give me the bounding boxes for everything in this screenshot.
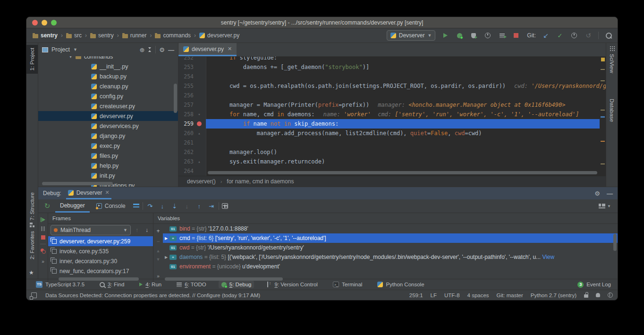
tool-button-project[interactable]: 1: Project xyxy=(26,45,38,74)
frame-item[interactable]: devserver, devserver.py:259 xyxy=(48,236,153,246)
stripe-mark[interactable] xyxy=(601,141,605,142)
remove-watch-button[interactable]: − xyxy=(156,238,160,245)
tool-window-toggle-icon[interactable] xyxy=(31,292,37,298)
layout-menu-button[interactable] xyxy=(132,202,141,210)
inspections-icon[interactable] xyxy=(596,293,600,297)
close-tab-icon[interactable]: ✕ xyxy=(228,46,232,52)
breadcrumb-item[interactable]: commands xyxy=(153,31,192,40)
run-with-coverage-button[interactable] xyxy=(469,31,478,40)
status-python-2-7-sentry-[interactable]: Python 2.7 (sentry) xyxy=(531,292,576,298)
chevron-down-icon[interactable]: ▼ xyxy=(73,47,77,52)
dock-item-python-console[interactable]: Python Console xyxy=(374,281,427,288)
editor-tab-devserver[interactable]: devserver.py ✕ xyxy=(178,43,237,56)
stripe-mark[interactable] xyxy=(601,58,605,61)
run-button[interactable] xyxy=(441,31,449,40)
breadcrumb-item[interactable]: runner xyxy=(121,31,148,40)
expand-arrow-icon[interactable]: ▶ xyxy=(163,255,169,259)
project-horizontal-scrollbar[interactable] xyxy=(42,182,113,185)
lock-icon[interactable] xyxy=(584,294,588,298)
tree-item-exec-py[interactable]: exec.py xyxy=(38,141,178,151)
tree-folder-commands[interactable]: ▾commands xyxy=(38,56,178,61)
tool-button-favorites[interactable]: 2: Favorites xyxy=(26,231,38,259)
breakpoint-icon[interactable] xyxy=(197,121,202,126)
tree-item-createuser-py[interactable]: createuser.py xyxy=(38,101,178,111)
breadcrumb-item[interactable]: sentry xyxy=(31,31,59,40)
step-into-button[interactable]: ↓ xyxy=(157,203,168,210)
tree-item-files-py[interactable]: files.py xyxy=(38,151,178,161)
git-history-button[interactable] xyxy=(570,31,578,40)
breadcrumb-context[interactable]: for name, cmd in daemons xyxy=(227,178,294,185)
frame-item[interactable]: invoke, core.py:535 xyxy=(48,246,153,256)
tree-item--init-py[interactable]: __init__.py xyxy=(38,61,178,71)
search-everywhere-button[interactable] xyxy=(604,31,613,40)
variable-row-cwd[interactable]: 01cwd = {str} '/Users/ryanskonnord/getse… xyxy=(163,243,618,252)
stripe-mark[interactable] xyxy=(601,110,605,111)
view-link[interactable]: View xyxy=(541,254,554,260)
step-over-button[interactable]: ↷ xyxy=(145,203,155,210)
close-session-icon[interactable]: ✕ xyxy=(105,189,109,196)
breadcrumb-item[interactable]: devserver.py xyxy=(198,31,241,40)
git-update-button[interactable]: ↙ xyxy=(542,31,550,40)
dock-item-version-control[interactable]: 9: Version Control xyxy=(263,281,320,288)
stop-button[interactable] xyxy=(512,31,520,40)
tool-button-structure[interactable]: 7: Structure xyxy=(26,192,38,227)
tree-item-init-py[interactable]: init.py xyxy=(38,171,178,180)
status-message[interactable]: Data Sources Detected: Connection proper… xyxy=(45,292,260,298)
tab-console[interactable]: Console xyxy=(92,199,130,213)
collapse-all-button[interactable] xyxy=(148,47,152,52)
git-rollback-button[interactable]: ↺ xyxy=(584,31,593,40)
editor-horizontal-scrollbar[interactable] xyxy=(208,171,597,174)
variables-vertical-scrollbar[interactable] xyxy=(613,234,617,251)
event-log-button[interactable]: 3 Event Log xyxy=(577,282,611,288)
variable-row-cmd[interactable]: ▶≡cmd = {list: 6} ['sentry', 'run', 'wor… xyxy=(163,233,618,243)
tree-item-devservices-py[interactable]: devservices.py xyxy=(38,121,178,131)
breadcrumb-function[interactable]: devserver() xyxy=(187,178,216,185)
hide-debug-panel-button[interactable]: — xyxy=(607,190,613,197)
more-actions-button[interactable]: » xyxy=(42,259,44,264)
frames-horizontal-scrollbar[interactable] xyxy=(59,277,139,281)
status-git-master[interactable]: Git: master xyxy=(497,292,523,298)
dock-item-todo[interactable]: 6: TODO xyxy=(174,281,209,288)
run-configuration-select[interactable]: Devserver ▼ xyxy=(387,30,436,41)
locate-file-button[interactable]: ⊕ xyxy=(139,47,144,53)
variable-row-bind[interactable]: 01bind = {str} '127.0.0.1:8888' xyxy=(163,224,618,233)
dock-item-debug[interactable]: 5: Debug xyxy=(219,281,254,288)
dock-item-run[interactable]: 4: Run xyxy=(136,281,164,288)
variable-row-daemons[interactable]: ▶≡daemons = {list: 5} [('webpack', ['/Us… xyxy=(163,252,618,262)
tab-debugger[interactable]: Debugger xyxy=(55,199,90,213)
tree-item-cleanup-py[interactable]: cleanup.py xyxy=(38,81,178,91)
move-up-button[interactable]: ▲ xyxy=(156,249,161,253)
profile-button[interactable] xyxy=(483,31,492,40)
view-breakpoints-button[interactable] xyxy=(41,249,46,254)
status-lf[interactable]: LF xyxy=(431,292,437,298)
dock-item-find[interactable]: 3: Find xyxy=(97,281,127,288)
expand-arrow-icon[interactable]: ▶ xyxy=(163,236,169,241)
status-utf-8[interactable]: UTF-8 xyxy=(444,292,460,298)
debug-session-tab[interactable]: Devserver ✕ xyxy=(66,187,111,199)
stop-process-button[interactable] xyxy=(41,235,45,240)
tool-button-database[interactable]: Database xyxy=(606,99,618,122)
stripe-mark[interactable] xyxy=(601,163,605,164)
run-with-settings-button[interactable] xyxy=(498,31,506,40)
hide-panel-button[interactable]: — xyxy=(168,46,174,53)
thread-select[interactable]: MainThread ▼ xyxy=(51,225,131,235)
git-commit-button[interactable]: ✓ xyxy=(556,31,564,40)
stripe-mark[interactable] xyxy=(601,80,605,81)
add-watch-button[interactable]: + xyxy=(156,228,160,234)
globe-settings-icon[interactable] xyxy=(608,292,613,298)
status-259-1[interactable]: 259:1 xyxy=(409,292,423,298)
run-to-cursor-button[interactable]: ⇥ xyxy=(206,203,217,210)
force-step-into-button[interactable]: ↓ xyxy=(182,203,192,210)
step-out-button[interactable]: ↑ xyxy=(194,203,204,210)
breadcrumb-item[interactable]: src xyxy=(65,31,83,40)
debug-button[interactable] xyxy=(455,31,464,40)
tree-item-backup-py[interactable]: backup.py xyxy=(38,71,178,81)
stripe-mark-current-line[interactable] xyxy=(601,116,605,118)
restore-layout-icon[interactable] xyxy=(599,204,605,208)
breadcrumb-item[interactable]: sentry xyxy=(89,31,115,40)
rerun-button[interactable]: ↻ xyxy=(41,202,53,210)
move-down-button[interactable]: ▼ xyxy=(156,257,161,262)
resume-button[interactable] xyxy=(41,217,46,222)
stripe-mark[interactable] xyxy=(601,69,605,70)
tool-button-sciview[interactable]: SciView xyxy=(606,46,618,73)
